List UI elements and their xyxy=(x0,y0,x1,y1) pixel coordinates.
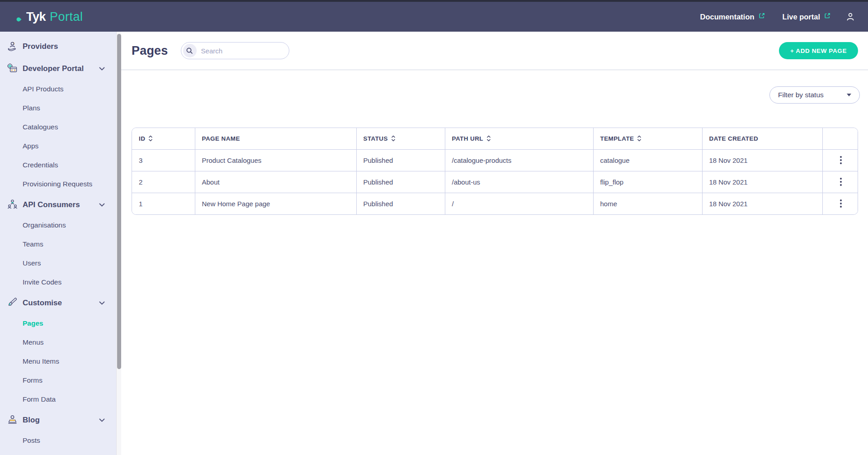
sidebar-item-developer-portal[interactable]: Developer Portal xyxy=(0,57,121,80)
sidebar-item-credentials[interactable]: Credentials xyxy=(0,156,121,175)
sidebar-item-label: Users xyxy=(23,259,41,267)
sidebar-item-label: Teams xyxy=(23,240,43,248)
column-header-status[interactable]: STATUS xyxy=(356,128,445,149)
cell-page-name: Product Catalogues xyxy=(195,149,356,171)
sort-icon xyxy=(148,135,153,142)
column-label: PAGE NAME xyxy=(202,135,240,142)
sidebar-item-provisioning-requests[interactable]: Provisioning Requests xyxy=(0,175,121,194)
caret-down-icon xyxy=(847,94,851,96)
chevron-down-icon xyxy=(99,418,105,422)
cell-template: catalogue xyxy=(593,149,702,171)
search-input[interactable] xyxy=(197,47,278,55)
cell-date-created: 18 Nov 2021 xyxy=(702,171,822,193)
sidebar: Providers Developer Portal API Products … xyxy=(0,32,121,455)
logo-leaf-icon xyxy=(17,14,22,23)
sidebar-item-label: Organisations xyxy=(23,221,66,229)
sidebar-item-label: Posts xyxy=(23,436,40,445)
documentation-link-label: Documentation xyxy=(700,13,754,21)
column-label: TEMPLATE xyxy=(600,135,634,142)
sidebar-item-label: Providers xyxy=(23,42,58,51)
table-row: 1 New Home Page page Published / home 18… xyxy=(132,193,858,214)
sidebar-item-label: Customise xyxy=(23,299,62,308)
column-label: DATE CREATED xyxy=(709,135,759,142)
user-account-icon[interactable] xyxy=(845,12,855,22)
pages-table: ID PAGE NAME STATUS xyxy=(132,128,858,215)
live-portal-link-label: Live portal xyxy=(783,13,820,21)
cell-template: home xyxy=(593,193,702,214)
chevron-down-icon xyxy=(99,66,105,71)
sidebar-item-organisations[interactable]: Organisations xyxy=(0,216,121,235)
search-box xyxy=(181,42,289,59)
column-header-path-url[interactable]: PATH URL xyxy=(445,128,593,149)
cell-id: 2 xyxy=(132,171,195,193)
column-header-id[interactable]: ID xyxy=(132,128,195,149)
sidebar-item-providers[interactable]: Providers xyxy=(0,35,121,57)
sidebar-item-users[interactable]: Users xyxy=(0,254,121,273)
sidebar-item-label: Apps xyxy=(23,142,38,150)
providers-icon xyxy=(5,40,19,52)
sidebar-item-form-data[interactable]: Form Data xyxy=(0,390,121,409)
developer-portal-icon xyxy=(5,62,19,75)
column-label: ID xyxy=(139,135,145,142)
sidebar-item-invite-codes[interactable]: Invite Codes xyxy=(0,273,121,292)
filter-by-status-dropdown[interactable]: Filter by status xyxy=(769,86,860,104)
column-header-template[interactable]: TEMPLATE xyxy=(593,128,702,149)
sidebar-item-label: API Products xyxy=(23,85,63,93)
sidebar-item-blog[interactable]: Blog xyxy=(0,409,121,431)
sidebar-item-catalogues[interactable]: Catalogues xyxy=(0,118,121,137)
api-consumers-icon xyxy=(5,199,19,211)
sidebar-item-label: Menus xyxy=(23,338,44,346)
sidebar-item-label: Provisioning Requests xyxy=(23,180,92,188)
sidebar-item-posts[interactable]: Posts xyxy=(0,431,121,450)
blog-icon xyxy=(5,414,19,426)
cell-date-created: 18 Nov 2021 xyxy=(702,193,822,214)
cell-date-created: 18 Nov 2021 xyxy=(702,149,822,171)
row-actions-kebab-icon[interactable] xyxy=(830,156,858,164)
row-actions-kebab-icon[interactable] xyxy=(830,178,858,186)
cell-id: 3 xyxy=(132,149,195,171)
sidebar-item-teams[interactable]: Teams xyxy=(0,235,121,254)
sidebar-item-menus[interactable]: Menus xyxy=(0,333,121,352)
external-link-icon xyxy=(824,12,831,21)
column-header-page-name: PAGE NAME xyxy=(195,128,356,149)
add-new-page-button[interactable]: + ADD NEW PAGE xyxy=(779,42,858,59)
sidebar-item-menu-items[interactable]: Menu Items xyxy=(0,352,121,371)
logo-product-text: Portal xyxy=(50,10,83,24)
column-header-date-created: DATE CREATED xyxy=(702,128,822,149)
cell-status: Published xyxy=(356,149,445,171)
sidebar-item-pages[interactable]: Pages xyxy=(0,314,121,333)
sort-icon xyxy=(486,135,491,142)
sidebar-item-label: Invite Codes xyxy=(23,278,61,286)
sidebar-scrollbar-thumb[interactable] xyxy=(117,34,121,369)
sidebar-item-plans[interactable]: Plans xyxy=(0,99,121,118)
sidebar-item-label: Forms xyxy=(23,376,42,384)
tyk-portal-logo[interactable]: Tyk Portal xyxy=(17,10,83,24)
column-label: PATH URL xyxy=(452,135,483,142)
row-actions-kebab-icon[interactable] xyxy=(830,199,858,208)
cell-template: flip_flop xyxy=(593,171,702,193)
topbar: Tyk Portal Documentation Live portal xyxy=(0,2,868,32)
sidebar-item-label: API Consumers xyxy=(23,200,80,209)
cell-id: 1 xyxy=(132,193,195,214)
sidebar-item-label: Plans xyxy=(23,104,40,112)
column-header-actions xyxy=(822,128,858,149)
sidebar-item-api-products[interactable]: API Products xyxy=(0,80,121,99)
page-title: Pages xyxy=(132,44,168,58)
table-header-row: ID PAGE NAME STATUS xyxy=(132,128,858,149)
sidebar-item-forms[interactable]: Forms xyxy=(0,371,121,390)
sidebar-item-customise[interactable]: Customise xyxy=(0,292,121,314)
filter-by-status-label: Filter by status xyxy=(778,91,824,99)
live-portal-link[interactable]: Live portal xyxy=(783,12,831,21)
sort-icon xyxy=(391,135,396,142)
documentation-link[interactable]: Documentation xyxy=(700,12,765,21)
sidebar-item-label: Developer Portal xyxy=(23,64,84,73)
cell-path-url: /about-us xyxy=(445,171,593,193)
sidebar-item-label: Credentials xyxy=(23,161,58,169)
chevron-down-icon xyxy=(99,301,105,305)
sidebar-item-api-consumers[interactable]: API Consumers xyxy=(0,194,121,216)
sidebar-item-apps[interactable]: Apps xyxy=(0,137,121,156)
cell-path-url: /catalogue-products xyxy=(445,149,593,171)
filter-row: Filter by status xyxy=(121,70,868,104)
topbar-nav: Documentation Live portal xyxy=(700,12,855,22)
sidebar-scrollbar[interactable] xyxy=(116,32,121,455)
